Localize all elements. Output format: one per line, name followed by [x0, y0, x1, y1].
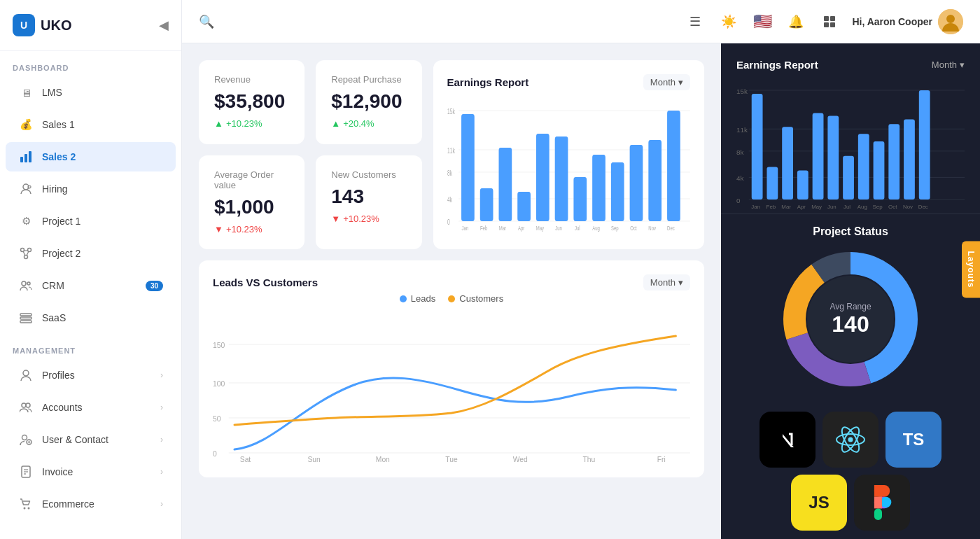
light-panel: Revenue $35,800 ▲ +10.23% Repeat Purchas…: [182, 43, 721, 539]
svg-rect-49: [536, 134, 549, 221]
dashboard-section-label: DASHBOARD: [0, 51, 181, 76]
sidebar-item-user-contact[interactable]: User & Contact ›: [6, 425, 176, 454]
svg-text:100: 100: [213, 380, 225, 388]
svg-line-10: [27, 251, 29, 255]
sidebar-item-lms[interactable]: 🖥 LMS: [6, 78, 176, 107]
svg-rect-54: [629, 145, 643, 221]
new-customers-value: 143: [331, 186, 406, 208]
svg-text:Sep: Sep: [610, 225, 618, 232]
leads-legend-label: Leads: [411, 293, 435, 304]
svg-rect-14: [20, 317, 31, 319]
ecommerce-chevron: ›: [160, 499, 163, 509]
svg-text:Feb: Feb: [479, 225, 486, 232]
svg-rect-100: [843, 156, 854, 200]
svg-rect-102: [874, 141, 885, 200]
earnings-chart-filter[interactable]: Month ▾: [643, 74, 690, 90]
logo-text: UKO: [41, 18, 71, 34]
svg-rect-55: [648, 140, 662, 221]
typescript-icon[interactable]: TS: [886, 412, 941, 468]
revenue-up-arrow: ▲: [214, 118, 223, 129]
earnings-chart-card: Earnings Report Month ▾ 0 4k 8k 11k: [433, 60, 704, 249]
dark-earnings-title: Earnings Report: [736, 59, 818, 71]
svg-text:May: May: [811, 204, 822, 210]
sidebar-item-accounts[interactable]: Accounts ›: [6, 393, 176, 422]
sidebar-collapse-button[interactable]: ◀: [159, 18, 169, 33]
sidebar-item-invoice[interactable]: Invoice ›: [6, 457, 176, 486]
new-customers-label: New Customers: [331, 169, 406, 180]
search-input[interactable]: [220, 15, 360, 27]
dark-bar-chart: 0 4k 8k 11k 15k: [736, 78, 965, 211]
svg-line-9: [23, 251, 25, 255]
project2-icon: [18, 246, 34, 261]
sidebar-item-label-project1: Project 1: [42, 216, 80, 227]
svg-rect-29: [824, 16, 829, 21]
ecommerce-icon: [18, 496, 34, 512]
revenue-label: Revenue: [214, 74, 289, 85]
svg-point-6: [28, 248, 31, 252]
svg-point-12: [27, 282, 30, 285]
sidebar-item-label-user-contact: User & Contact: [42, 434, 108, 445]
sidebar: U UKO ◀ DASHBOARD 🖥 LMS 💰 Sales 1 Sales …: [0, 0, 182, 539]
sales1-icon: 💰: [18, 117, 34, 132]
svg-point-34: [946, 15, 955, 23]
sidebar-item-sales2[interactable]: Sales 2: [6, 142, 176, 172]
lms-icon: 🖥: [18, 85, 34, 100]
layouts-tab[interactable]: Layouts: [962, 241, 980, 298]
sidebar-item-crm[interactable]: CRM 30: [6, 271, 176, 300]
svg-text:150: 150: [213, 342, 225, 349]
sidebar-item-label-lms: LMS: [42, 87, 62, 98]
svg-rect-31: [824, 22, 829, 27]
profiles-icon: [18, 368, 34, 383]
svg-rect-56: [667, 111, 680, 221]
svg-rect-103: [888, 124, 899, 200]
svg-text:May: May: [536, 225, 543, 232]
leads-chart-card: Leads VS Customers Month ▾ Leads Custome…: [199, 260, 704, 477]
svg-text:Aug: Aug: [858, 204, 867, 210]
header-actions: ☰ ☀️ 🇺🇸 🔔 Hi, Aaron Cooper: [684, 9, 963, 34]
sidebar-item-saas[interactable]: SaaS: [6, 303, 176, 332]
project1-icon: ⚙: [18, 214, 34, 229]
sidebar-item-ecommerce[interactable]: Ecommerce ›: [6, 489, 176, 519]
nextjs-icon[interactable]: [760, 412, 816, 468]
invoice-chevron: ›: [160, 467, 163, 477]
svg-rect-132: [874, 485, 882, 497]
flag-icon[interactable]: 🇺🇸: [751, 10, 774, 33]
menu-icon[interactable]: ☰: [684, 10, 706, 33]
svg-text:Mon: Mon: [376, 456, 390, 463]
svg-point-19: [22, 435, 27, 440]
figma-icon[interactable]: [854, 475, 910, 531]
svg-text:Nov: Nov: [903, 204, 913, 210]
sidebar-item-label-accounts: Accounts: [42, 402, 83, 413]
saas-icon: [18, 310, 34, 326]
user-name: Hi, Aaron Cooper: [852, 16, 932, 27]
svg-text:Tue: Tue: [445, 456, 458, 463]
svg-text:11k: 11k: [736, 126, 748, 134]
user-avatar: [938, 9, 963, 34]
sidebar-item-sales1[interactable]: 💰 Sales 1: [6, 110, 176, 139]
svg-rect-50: [554, 136, 568, 221]
svg-rect-95: [766, 167, 778, 200]
svg-rect-0: [20, 157, 23, 162]
svg-point-123: [774, 426, 802, 454]
donut-center: Avg Range 140: [830, 302, 871, 337]
sidebar-item-project1[interactable]: ⚙ Project 1: [6, 206, 176, 236]
sidebar-item-hiring[interactable]: Hiring: [6, 174, 176, 204]
avg-order-change: ▼ +10.23%: [214, 224, 289, 234]
svg-rect-94: [752, 94, 763, 200]
notification-icon[interactable]: 🔔: [785, 10, 807, 33]
theme-icon[interactable]: ☀️: [718, 10, 740, 33]
svg-text:11k: 11k: [447, 147, 455, 155]
earnings-chart-title: Earnings Report: [447, 76, 529, 88]
javascript-icon[interactable]: JS: [791, 475, 847, 531]
sidebar-item-profiles[interactable]: Profiles ›: [6, 360, 176, 390]
grid-icon[interactable]: [818, 10, 841, 33]
project-status-title: Project Status: [736, 225, 965, 238]
donut-avg-label: Avg Range: [830, 302, 871, 312]
sidebar-item-label-invoice: Invoice: [42, 466, 73, 477]
leads-chart-filter[interactable]: Month ▾: [643, 274, 690, 290]
react-icon[interactable]: [822, 412, 878, 468]
logo: U UKO: [13, 14, 71, 36]
sidebar-item-project2[interactable]: Project 2: [6, 239, 176, 268]
svg-text:Mar: Mar: [498, 225, 506, 232]
dark-earnings-filter[interactable]: Month ▾: [932, 59, 965, 70]
